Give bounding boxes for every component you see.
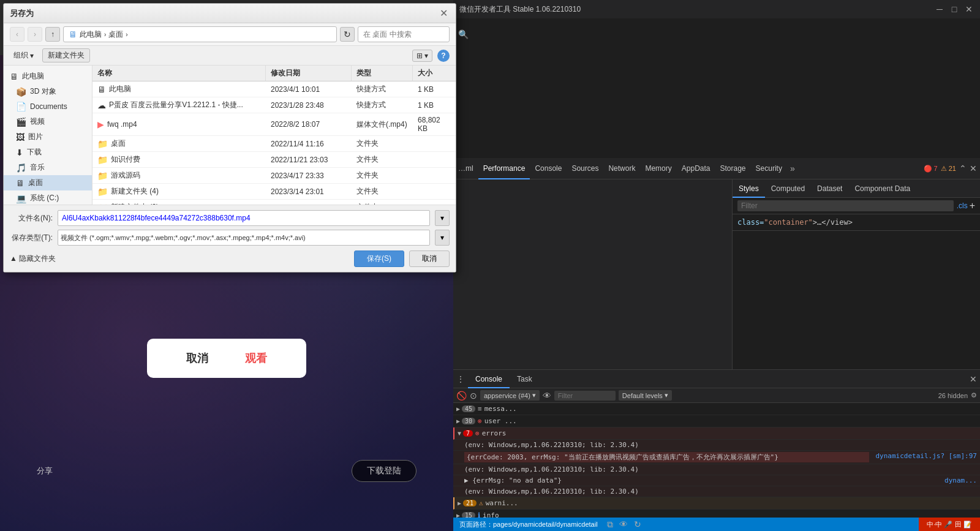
console-close-button[interactable]: ✕: [970, 374, 980, 384]
error-env: (env: Windows,mp,1.06.2210310; lib: 2.30…: [464, 465, 639, 473]
sidebar-item-computer[interactable]: 🖥 此电脑: [4, 69, 92, 84]
file-row[interactable]: ☁P蛋皮 百度云批量分享V1.2212.1 - 快捷... 2023/1/28 …: [92, 97, 456, 113]
watch-button[interactable]: 观看: [245, 351, 267, 366]
video-controls: 取消 观看: [0, 339, 453, 378]
file-list-header: 名称 修改日期 类型 大小: [92, 66, 456, 81]
nav-forward-button[interactable]: ›: [28, 27, 42, 42]
service-selector[interactable]: appservice (#4) ▾: [480, 390, 540, 401]
help-button[interactable]: ?: [437, 50, 450, 62]
filetype-dropdown[interactable]: ▾: [435, 230, 450, 246]
status-bar: 页面路径：pages/dynamicdetail/dynamicdetail ⧉…: [453, 518, 980, 531]
sidebar-item-music[interactable]: 🎵 音乐: [4, 160, 92, 175]
filename-dropdown[interactable]: ▾: [435, 210, 450, 226]
dialog-close-button[interactable]: ✕: [437, 7, 450, 20]
minimize-button[interactable]: ─: [935, 4, 944, 14]
organize-button[interactable]: 组织 ▾: [10, 49, 37, 62]
task-tab[interactable]: Task: [510, 370, 540, 388]
tab-storage[interactable]: Storage: [715, 158, 751, 179]
tab-network[interactable]: Network: [603, 158, 640, 179]
error-source-link2[interactable]: dynam...: [944, 476, 977, 484]
devtools-expand[interactable]: ⌃: [959, 164, 967, 173]
tab-performance[interactable]: Performance: [478, 158, 530, 179]
tab-appdata[interactable]: AppData: [677, 158, 715, 179]
save-button[interactable]: 保存(S): [354, 250, 404, 267]
organize-label: 组织: [13, 50, 28, 61]
tab-more[interactable]: »: [787, 164, 798, 173]
file-row[interactable]: 📁新建文件夹 (4) 2023/3/14 23:01 文件夹: [92, 184, 456, 200]
file-row[interactable]: 📁新建文件夹 (3) 2023/4/18 13:17 文件夹: [92, 200, 456, 205]
hide-files-toggle[interactable]: ▲ 隐藏文件夹: [10, 254, 56, 264]
sidebar-item-3d[interactable]: 📦 3D 对象: [4, 84, 92, 99]
file-row[interactable]: 📁游戏源码 2023/4/17 23:33 文件夹: [92, 168, 456, 184]
tab-elements[interactable]: …ml: [453, 158, 478, 179]
eye-icon[interactable]: 👁: [543, 391, 551, 401]
styles-filter-input[interactable]: [737, 200, 954, 211]
subtab-styles[interactable]: Styles: [733, 179, 765, 198]
file-row[interactable]: ▶fwq .mp4 2022/8/2 18:07 媒体文件(.mp4) 68,8…: [92, 113, 456, 136]
col-type[interactable]: 类型: [352, 66, 413, 81]
tab-sources[interactable]: Sources: [567, 158, 603, 179]
console-settings-icon[interactable]: ⚙: [971, 391, 977, 399]
close-button[interactable]: ✕: [964, 4, 974, 14]
view-button[interactable]: ⊞ ▾: [412, 50, 432, 62]
log-group-warnings[interactable]: ▶ 21 ⚠ warni...: [453, 497, 980, 510]
search-bar: 🔍: [358, 26, 450, 42]
download-button[interactable]: 下载登陆: [352, 460, 417, 482]
subtab-dataset[interactable]: Dataset: [811, 179, 848, 198]
console-filter-input[interactable]: [554, 391, 616, 401]
eye-path-icon[interactable]: 👁: [619, 519, 628, 529]
error-icon: ⊗: [475, 429, 480, 437]
sidebar-item-downloads[interactable]: ⬇ 下载: [4, 145, 92, 160]
log-group-user[interactable]: ▶ 30 ⊗ user ...: [453, 415, 980, 427]
path-arrow-2: ›: [126, 31, 127, 38]
copy-path-icon[interactable]: ⧉: [607, 519, 613, 530]
console-clear-icon[interactable]: 🚫: [456, 391, 467, 401]
log-group-info[interactable]: ▶ 15 ℹ info: [453, 510, 980, 518]
col-date[interactable]: 修改日期: [266, 66, 352, 81]
path-segment-desktop[interactable]: 桌面: [108, 29, 123, 40]
console-panel: ⋮ Console Task ✕ 🚫 ⊙ appservice (#4) ▾ 👁…: [453, 369, 980, 518]
col-size[interactable]: 大小: [413, 66, 456, 81]
cls-button[interactable]: .cls: [957, 201, 968, 210]
refresh-path-icon[interactable]: ↻: [634, 519, 641, 529]
filename-input[interactable]: [58, 210, 430, 226]
new-folder-button[interactable]: 新建文件夹: [42, 48, 90, 62]
sidebar-item-system-c[interactable]: 💻 系统 (C:): [4, 190, 92, 205]
sidebar-item-desktop[interactable]: 🖥 桌面: [4, 175, 92, 190]
log-label: user ...: [484, 417, 517, 425]
log-group-errors[interactable]: ▼ 7 ⊗ errors: [453, 427, 980, 440]
log-group-messages[interactable]: ▶ 45 ≡ messa...: [453, 403, 980, 415]
tab-console[interactable]: Console: [530, 158, 567, 179]
file-row[interactable]: 📁桌面 2022/11/4 11:16 文件夹: [92, 136, 456, 152]
devtools-close[interactable]: ✕: [970, 164, 977, 173]
nav-up-button[interactable]: ↑: [45, 27, 60, 42]
maximize-button[interactable]: □: [949, 4, 959, 14]
subtab-computed[interactable]: Computed: [765, 179, 811, 198]
subtab-component[interactable]: Component Data: [848, 179, 916, 198]
path-icon: 🖥: [69, 29, 77, 39]
refresh-button[interactable]: ↻: [340, 27, 355, 42]
level-selector[interactable]: Default levels ▾: [619, 390, 672, 401]
file-row[interactable]: 🖥此电脑 2023/4/1 10:01 快捷方式 1 KB: [92, 81, 456, 97]
console-filter-icon[interactable]: ⊙: [470, 391, 477, 401]
cancel-button[interactable]: 取消: [186, 351, 208, 366]
nav-back-button[interactable]: ‹: [10, 27, 24, 42]
file-row[interactable]: 📁知识付费 2022/11/21 23:03 文件夹: [92, 152, 456, 168]
search-input[interactable]: [363, 30, 455, 39]
dialog-bottom: 文件名(N): ▾ 保存类型(T): 视频文件 (*.ogm;*.wmv;*.m…: [4, 205, 456, 272]
tab-security[interactable]: Security: [751, 158, 787, 179]
error-source-link[interactable]: dynamicdetail.js? [sm]:97: [875, 452, 977, 462]
console-menu-icon[interactable]: ⋮: [453, 374, 468, 384]
sidebar-item-documents[interactable]: 📄 Documents: [4, 99, 92, 114]
dialog-sidebar: 🖥 此电脑 📦 3D 对象 📄 Documents 🎬 视频 🖼 图片 ⬇: [4, 66, 92, 205]
cancel-button[interactable]: 取消: [409, 250, 450, 267]
tab-memory[interactable]: Memory: [640, 158, 676, 179]
col-name[interactable]: 名称: [92, 66, 266, 81]
level-arrow: ▾: [665, 391, 668, 399]
sidebar-item-videos[interactable]: 🎬 视频: [4, 114, 92, 129]
file-save-dialog: 另存为 ✕ ‹ › ↑ 🖥 此电脑 › 桌面 › ↻ 🔍 组织 ▾ 新建文件夹 …: [3, 3, 456, 273]
console-tab[interactable]: Console: [468, 370, 510, 388]
sidebar-item-pictures[interactable]: 🖼 图片: [4, 129, 92, 145]
path-segment-computer[interactable]: 此电脑: [80, 29, 102, 40]
add-style-button[interactable]: +: [970, 200, 975, 211]
